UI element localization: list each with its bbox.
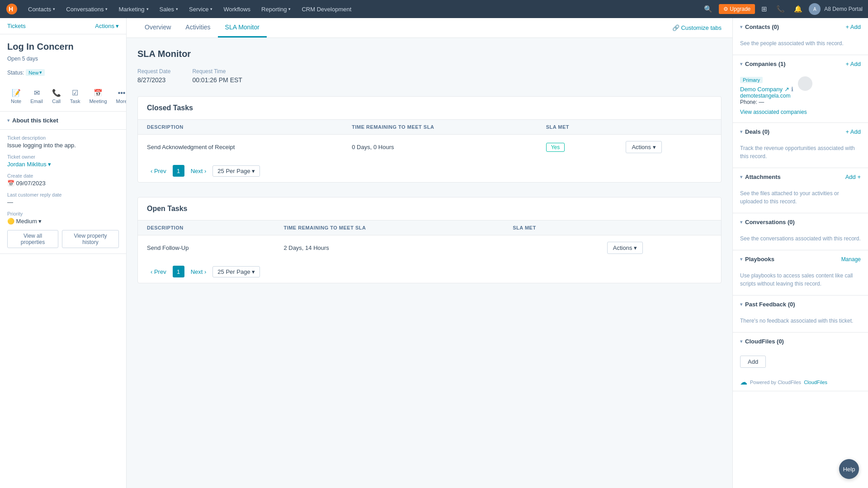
nav-service[interactable]: Service ▾	[184, 4, 217, 14]
past-feedback-section: ▾ Past Feedback (0) There's no feedback …	[733, 296, 868, 333]
nav-crm-development[interactable]: CRM Development	[297, 4, 356, 14]
attachments-chevron-icon: ▾	[740, 174, 742, 179]
closed-actions-button[interactable]: Actions ▾	[626, 141, 661, 153]
sla-met-yes-badge: Yes	[546, 143, 565, 152]
open-prev-button[interactable]: ‹ Prev	[147, 267, 170, 277]
cloudfiles-link[interactable]: CloudFiles	[804, 380, 827, 385]
cloudfiles-section-header[interactable]: ▾ CloudFiles (0)	[733, 333, 868, 350]
cloudfiles-chevron-icon: ▾	[740, 339, 742, 344]
tab-sla-monitor[interactable]: SLA Monitor	[218, 18, 267, 38]
status-badge[interactable]: New ▾	[26, 69, 45, 76]
request-date-label: Request Date	[137, 68, 170, 75]
nav-workflows[interactable]: Workflows	[219, 4, 255, 14]
deals-section-title: ▾ Deals (0)	[740, 128, 769, 135]
closed-row-time: 0 Days, 0 Hours	[343, 135, 537, 160]
playbooks-section-header[interactable]: ▾ Playbooks Manage	[733, 250, 868, 268]
closed-tasks-table: DESCRIPTION TIME REMAINING TO MEET SLA S…	[138, 120, 721, 160]
marketplace-icon[interactable]: ⊞	[759, 3, 770, 15]
open-page-number: 1	[173, 266, 184, 277]
breadcrumb-tickets[interactable]: Tickets	[7, 23, 26, 29]
closed-next-button[interactable]: Next ›	[187, 166, 210, 176]
nav-marketing[interactable]: Marketing ▾	[114, 4, 153, 14]
meeting-icon: 📅	[94, 89, 103, 97]
open-next-button[interactable]: Next ›	[187, 267, 210, 277]
request-date-group: Request Date 8/27/2023	[137, 68, 170, 84]
header-actions-button[interactable]: Actions ▾	[95, 23, 119, 29]
table-row: Send Follow-Up 2 Days, 14 Hours Actions …	[138, 235, 721, 261]
deals-add-button[interactable]: + Add	[845, 128, 861, 135]
closed-row-sla-met: Yes	[537, 135, 617, 160]
contacts-section-header[interactable]: ▾ Contacts (0) + Add	[733, 18, 868, 36]
nav-sales[interactable]: Sales ▾	[155, 4, 183, 14]
about-section-header[interactable]: ▾ About this ticket	[0, 112, 126, 130]
tab-overview[interactable]: Overview	[137, 18, 178, 38]
meeting-button[interactable]: 📅 Meeting	[85, 87, 110, 106]
attachments-add-button[interactable]: Add +	[845, 174, 861, 180]
open-tasks-title: Open Tasks	[138, 197, 721, 221]
closed-prev-button[interactable]: ‹ Prev	[147, 166, 170, 176]
conversations-section-body: See the conversations associated with th…	[733, 231, 868, 250]
contacts-section-title: ▾ Contacts (0)	[740, 23, 779, 30]
priority-field: Priority 🟡 Medium ▾	[7, 211, 119, 225]
playbooks-desc: Use playbooks to access sales content li…	[740, 272, 861, 288]
attachments-section-body: See the files attached to your activitie…	[733, 186, 868, 213]
upgrade-button[interactable]: ⚙ Upgrade	[719, 4, 755, 14]
deals-desc: Track the revenue opportunities associat…	[740, 144, 861, 160]
ticket-description-field: Ticket description Issue logging into th…	[7, 135, 119, 149]
closed-tasks-section: Closed Tasks DESCRIPTION TIME REMAINING …	[137, 96, 722, 183]
phone-icon[interactable]: 📞	[774, 3, 788, 15]
conversations-section-header[interactable]: ▾ Conversations (0)	[733, 213, 868, 231]
ticket-owner-value[interactable]: Jordan Miklitus ▾	[7, 161, 119, 168]
view-all-properties-button[interactable]: View all properties	[7, 230, 58, 248]
playbooks-section-body: Use playbooks to access sales content li…	[733, 268, 868, 295]
companies-add-button[interactable]: + Add	[845, 61, 861, 67]
nav-reporting[interactable]: Reporting ▾	[257, 4, 295, 14]
right-panel: ▾ Contacts (0) + Add See the people asso…	[732, 18, 868, 488]
more-button[interactable]: ••• More	[113, 87, 127, 106]
request-time-value: 00:01:26 PM EST	[192, 76, 242, 84]
contacts-add-button[interactable]: + Add	[845, 23, 861, 30]
customize-tabs-button[interactable]: 🔗 Customize tabs	[672, 18, 722, 38]
help-button[interactable]: Help	[839, 459, 859, 479]
property-buttons: View all properties View property histor…	[7, 230, 119, 248]
past-feedback-section-title: ▾ Past Feedback (0)	[740, 301, 795, 308]
avatar[interactable]: A	[809, 3, 821, 15]
call-button[interactable]: 📞 Call	[48, 87, 65, 106]
about-chevron-icon: ▾	[7, 118, 9, 123]
open-row-sla-met	[504, 235, 598, 261]
attachments-section-header[interactable]: ▾ Attachments Add +	[733, 168, 868, 186]
companies-chevron-icon: ▾	[740, 61, 742, 66]
nav-conversations[interactable]: Conversations ▾	[61, 4, 112, 14]
nav-contacts[interactable]: Contacts ▾	[24, 4, 60, 14]
open-actions-button[interactable]: Actions ▾	[607, 242, 643, 254]
deals-chevron-icon: ▾	[740, 129, 742, 134]
past-feedback-section-body: There's no feedback associated with this…	[733, 313, 868, 332]
note-button[interactable]: 📝 Note	[7, 87, 25, 106]
playbooks-section-title: ▾ Playbooks	[740, 256, 774, 263]
closed-per-page-button[interactable]: 25 Per Page ▾	[212, 165, 260, 177]
notifications-icon[interactable]: 🔔	[791, 3, 805, 15]
email-button[interactable]: ✉ Email	[27, 87, 47, 106]
company-name[interactable]: Demo Company ↗ ℹ	[740, 86, 793, 93]
closed-page-number: 1	[173, 165, 184, 177]
cloudfiles-add-button[interactable]: Add	[740, 356, 766, 368]
company-primary-badge: Primary	[740, 77, 763, 83]
past-feedback-section-header[interactable]: ▾ Past Feedback (0)	[733, 296, 868, 313]
deals-section-header[interactable]: ▾ Deals (0) + Add	[733, 123, 868, 141]
email-icon: ✉	[34, 89, 40, 97]
tab-activities[interactable]: Activities	[178, 18, 217, 38]
open-per-page-button[interactable]: 25 Per Page ▾	[212, 266, 260, 277]
main-content: Overview Activities SLA Monitor 🔗 Custom…	[127, 18, 732, 488]
view-associated-companies-link[interactable]: View associated companies	[740, 109, 861, 115]
company-row: Primary Demo Company ↗ ℹ demotestangela.…	[740, 76, 861, 105]
more-icon: •••	[118, 89, 126, 97]
view-property-history-button[interactable]: View property history	[62, 230, 119, 248]
sla-title: SLA Monitor	[137, 49, 722, 59]
playbooks-manage-button[interactable]: Manage	[841, 256, 861, 263]
companies-section-header[interactable]: ▾ Companies (1) + Add	[733, 55, 868, 73]
company-email[interactable]: demotestangela.com	[740, 93, 793, 99]
hubspot-logo[interactable]: H	[5, 3, 18, 15]
playbooks-chevron-icon: ▾	[740, 257, 742, 262]
task-button[interactable]: ☑ Task	[66, 87, 84, 106]
search-icon[interactable]: 🔍	[701, 3, 715, 15]
